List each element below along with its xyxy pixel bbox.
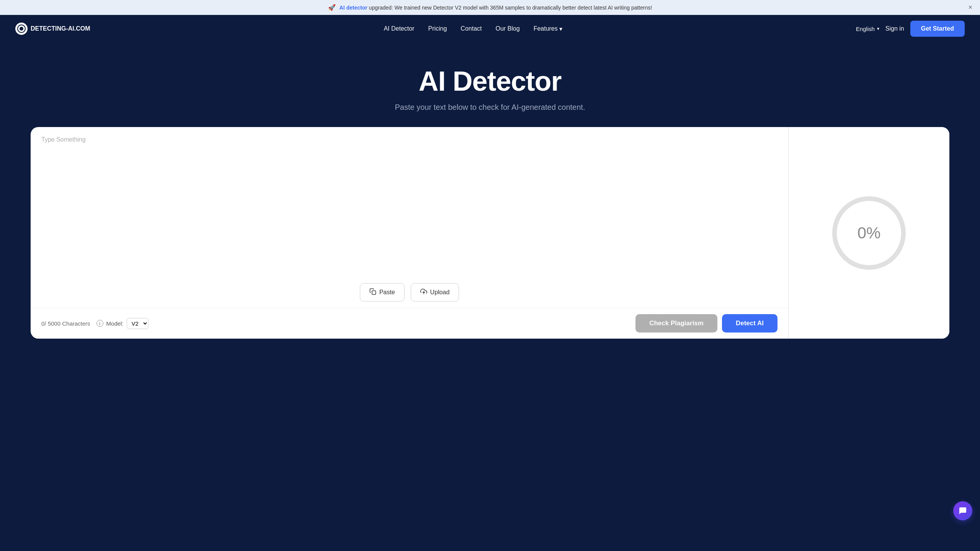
result-percent: 0% — [858, 224, 881, 242]
model-selector: i Model: V2 V1 — [96, 318, 149, 329]
chevron-down-icon: ▾ — [877, 26, 879, 31]
result-panel: 0% — [789, 127, 949, 339]
language-label: English — [856, 26, 875, 32]
svg-rect-2 — [372, 291, 376, 295]
paste-button[interactable]: Paste — [360, 283, 405, 302]
nav-item-pricing[interactable]: Pricing — [428, 25, 447, 32]
nav-right: English ▾ Sign in Get Started — [856, 21, 965, 37]
hero-title: AI Detector — [8, 65, 972, 97]
sign-in-button[interactable]: Sign in — [885, 25, 904, 32]
navbar: DETECTING-AI.COM AI Detector Pricing Con… — [0, 15, 980, 42]
text-input[interactable] — [41, 136, 777, 268]
hero-section: AI Detector Paste your text below to che… — [0, 42, 980, 127]
banner-emoji: 🚀 — [328, 4, 336, 11]
check-plagiarism-button[interactable]: Check Plagiarism — [635, 314, 717, 333]
nav-item-contact[interactable]: Contact — [461, 25, 482, 32]
model-label: Model: — [106, 320, 124, 327]
features-label: Features — [534, 25, 558, 32]
main-card-wrapper: Paste Upload 0/ 5000 Characters — [0, 127, 980, 369]
get-started-button[interactable]: Get Started — [910, 21, 965, 37]
nav-link-ai-detector[interactable]: AI Detector — [384, 25, 414, 32]
banner-link[interactable]: AI detector — [340, 5, 368, 11]
paste-icon — [369, 288, 376, 297]
hero-subtitle: Paste your text below to check for AI-ge… — [8, 103, 972, 112]
bottom-bar: 0/ 5000 Characters i Model: V2 V1 Check … — [31, 308, 788, 339]
bottom-buttons: Check Plagiarism Detect AI — [635, 314, 777, 333]
chat-bubble[interactable] — [953, 501, 972, 520]
main-card: Paste Upload 0/ 5000 Characters — [31, 127, 949, 339]
nav-item-features[interactable]: Features ▾ — [534, 25, 562, 33]
chevron-down-icon: ▾ — [559, 25, 562, 33]
model-select[interactable]: V2 V1 — [127, 318, 149, 329]
text-panel: Paste Upload 0/ 5000 Characters — [31, 127, 789, 339]
upload-icon — [420, 288, 427, 297]
nav-link-pricing[interactable]: Pricing — [428, 25, 447, 32]
nav-links: AI Detector Pricing Contact Our Blog Fea… — [384, 25, 562, 33]
char-count: 0/ 5000 Characters — [41, 320, 90, 327]
nav-item-blog[interactable]: Our Blog — [495, 25, 519, 32]
nav-logo[interactable]: DETECTING-AI.COM — [15, 23, 90, 35]
banner-message: upgraded: We trained new Detector V2 mod… — [368, 5, 652, 11]
result-circle: 0% — [827, 191, 911, 275]
close-button[interactable]: × — [968, 3, 972, 11]
logo-text: DETECTING-AI.COM — [31, 25, 90, 32]
upload-label: Upload — [430, 289, 450, 296]
features-button[interactable]: Features ▾ — [534, 25, 562, 33]
nav-link-contact[interactable]: Contact — [461, 25, 482, 32]
nav-item-ai-detector[interactable]: AI Detector — [384, 25, 414, 32]
text-area-container — [31, 127, 788, 277]
logo-icon — [15, 23, 28, 35]
language-selector[interactable]: English ▾ — [856, 26, 879, 32]
nav-link-blog[interactable]: Our Blog — [495, 25, 519, 32]
paste-label: Paste — [379, 289, 395, 296]
banner-text: AI detector upgraded: We trained new Det… — [340, 5, 652, 11]
announcement-banner: 🚀 AI detector upgraded: We trained new D… — [0, 0, 980, 15]
svg-point-1 — [20, 27, 23, 31]
action-buttons-row: Paste Upload — [31, 277, 788, 308]
upload-button[interactable]: Upload — [411, 283, 459, 302]
info-icon[interactable]: i — [96, 320, 103, 327]
detect-ai-button[interactable]: Detect AI — [722, 314, 777, 333]
